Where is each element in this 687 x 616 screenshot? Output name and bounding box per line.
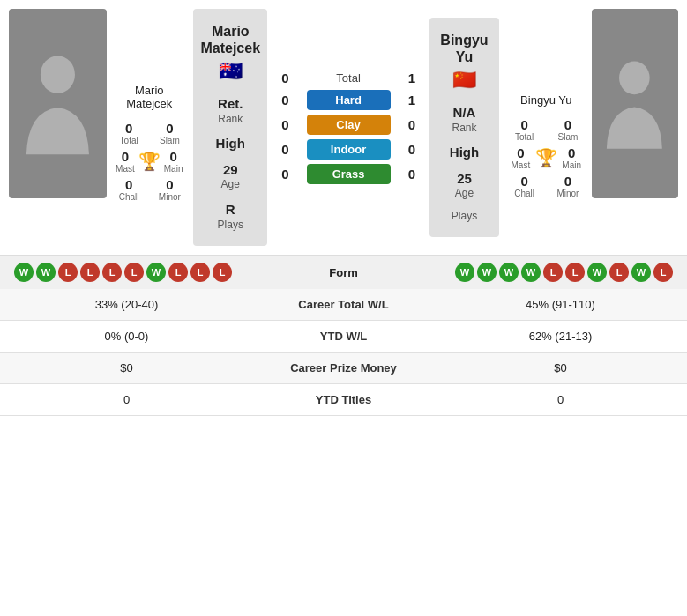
player2-rank: N/A Rank [452, 104, 476, 135]
player2-stats: 0 Total 0 Slam [506, 117, 586, 142]
player2-chall-box: 0 Chall [506, 174, 542, 198]
player1-mast-main: 0 Mast 🏆 0 Main [112, 149, 186, 174]
player1-silhouette [19, 9, 97, 198]
player2-mast-val: 0 [517, 145, 524, 160]
form-badge: L [124, 263, 144, 282]
player2-total-lbl: Total [515, 132, 534, 142]
stat-p2: 45% (91-110) [434, 289, 687, 321]
stat-p1: 33% (20-40) [0, 289, 253, 321]
player1-name-label: Mario Matejcek [112, 84, 186, 110]
player1-chall-box: 0 Chall [112, 177, 146, 202]
player1-info: Mario Matejcek 0 Total 0 Slam 0 Mast 🏆 [107, 9, 191, 246]
player1-trophy: 🏆 [138, 151, 161, 172]
player2-silhouette [600, 9, 669, 198]
form-badge: W [146, 263, 166, 282]
score-hard-p1: 0 [273, 93, 298, 108]
player2-main-val: 0 [568, 145, 575, 160]
player2-plays-lbl: Plays [452, 210, 477, 224]
form-badge: W [499, 263, 519, 282]
center-scores: 0 Total 1 0 Hard 1 0 Clay 0 0 Indoor 0 0… [269, 9, 428, 246]
player2-mast-lbl: Mast [511, 160, 530, 170]
player1-high-val: High [216, 135, 245, 152]
form-badge: L [102, 263, 122, 282]
player1-mast-box: 0 Mast [112, 149, 138, 174]
player2-chall-lbl: Chall [514, 189, 534, 198]
score-clay-p1: 0 [273, 117, 298, 132]
player1-rank-val: Ret. [218, 95, 243, 113]
player1-stats: 0 Total 0 Slam [112, 121, 186, 145]
player1-plays-lbl: Plays [218, 219, 243, 233]
player2-slam-box: 0 Slam [549, 117, 586, 142]
player1-chall-lbl: Chall [119, 192, 139, 202]
player1-flag: 🇦🇺 [219, 60, 243, 83]
score-grass-row: 0 Grass 0 [273, 164, 424, 184]
player1-name-top: Mario Matejcek 🇦🇺 [200, 23, 260, 83]
player1-total-val: 0 [125, 121, 132, 136]
score-grass-p2: 0 [400, 167, 425, 182]
form-label: Form [329, 266, 358, 279]
stats-table: 33% (20-40) Career Total W/L 45% (91-110… [0, 289, 687, 416]
player1-rank-lbl: Rank [218, 113, 243, 127]
form-badge: W [36, 263, 56, 282]
stat-p1: 0 [0, 384, 253, 416]
player1-name-line2: Matejcek [200, 40, 260, 56]
surface-grass-badge: Grass [307, 164, 391, 184]
form-badge: W [587, 263, 607, 282]
player2-slam-lbl: Slam [558, 132, 579, 142]
svg-point-0 [41, 56, 75, 93]
score-total-p2: 1 [400, 71, 425, 85]
player1-name-line1: Mario [212, 23, 250, 40]
stats-row: 0 YTD Titles 0 [0, 384, 687, 416]
score-hard-row: 0 Hard 1 [273, 90, 424, 110]
player1-rank: Ret. Rank [218, 95, 243, 126]
form-section: WWLLLLWLLL Form WWWWLLWLWL [0, 255, 687, 289]
stats-row: 0% (0-0) YTD W/L 62% (21-13) [0, 321, 687, 353]
player1-plays-val: R [226, 201, 235, 219]
form-badge: W [477, 263, 497, 282]
player1-age: 29 Age [221, 161, 240, 192]
stat-p2: 0 [434, 384, 687, 416]
stats-row: $0 Career Prize Money $0 [0, 353, 687, 384]
top-section: Mario Matejcek 0 Total 0 Slam 0 Mast 🏆 [0, 0, 687, 255]
player1-mast-val: 0 [122, 149, 129, 164]
form-badge: L [543, 263, 563, 282]
form-badge: W [631, 263, 651, 282]
player2-chall-minor: 0 Chall 0 Minor [506, 174, 586, 198]
score-total-p1: 0 [273, 71, 298, 85]
surface-clay-badge: Clay [307, 115, 391, 135]
player1-age-val: 29 [223, 161, 238, 179]
player2-card: Bingyu Yu🇨🇳 N/A Rank High 25 Age Plays [429, 18, 499, 238]
player1-age-lbl: Age [221, 178, 240, 192]
form-badge: L [168, 263, 188, 282]
score-indoor-row: 0 Indoor 0 [273, 139, 424, 160]
player1-form-badges: WWLLLLWLLL [14, 263, 232, 282]
form-badge: L [565, 263, 585, 282]
player1-plays: R Plays [218, 201, 243, 232]
form-badge: L [80, 263, 100, 282]
score-indoor-p1: 0 [273, 142, 298, 157]
player1-main-val: 0 [169, 149, 176, 164]
stat-label: YTD Titles [253, 384, 434, 416]
player1-card: Mario Matejcek 🇦🇺 Ret. Rank High 29 Age … [193, 9, 267, 246]
stat-label: Career Prize Money [253, 353, 434, 384]
player2-rank-val: N/A [453, 104, 476, 122]
player1-minor-val: 0 [166, 177, 173, 192]
stat-p2: 62% (21-13) [434, 321, 687, 353]
player1-main-lbl: Main [164, 164, 183, 174]
player2-plays: Plays [452, 210, 477, 224]
form-badge: L [190, 263, 210, 282]
player2-mast-box: 0 Mast [506, 145, 535, 170]
player2-slam-val: 0 [564, 117, 571, 132]
player2-main-box: 0 Main [557, 145, 586, 170]
stats-row: 33% (20-40) Career Total W/L 45% (91-110… [0, 289, 687, 321]
form-badge: L [653, 263, 673, 282]
stat-label: YTD W/L [253, 321, 434, 353]
player1-minor-lbl: Minor [159, 192, 181, 202]
player2-total-box: 0 Total [506, 117, 542, 142]
form-badge: L [58, 263, 78, 282]
player1-minor-box: 0 Minor [153, 177, 186, 202]
player2-info: Bingyu Yu 0 Total 0 Slam 0 Mast 🏆 0 [501, 9, 592, 246]
player1-high: High [216, 135, 245, 152]
player1-mast-lbl: Mast [116, 164, 135, 174]
player1-photo [9, 9, 107, 198]
